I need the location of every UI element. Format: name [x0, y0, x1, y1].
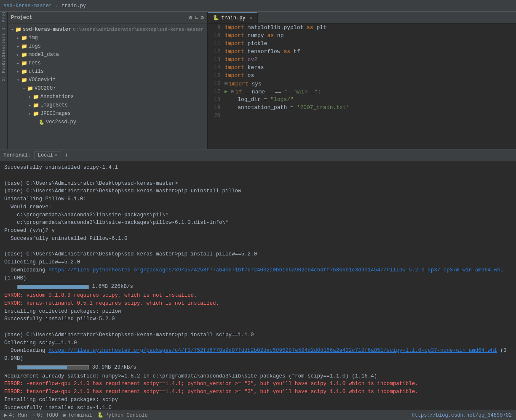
tree-arrow-img[interactable]: ▸ [15, 36, 21, 40]
side-favorites-icon[interactable]: 2: Favorites [1, 62, 7, 68]
terminal-line-pil: c:\programdata\anaconda3\lib\site-packag… [4, 211, 512, 219]
terminal-line-requirement: Requirement already satisfied: numpy>=1.… [4, 372, 512, 380]
status-terminal[interactable]: ▣ Terminal [63, 412, 92, 418]
terminal-line-proceed: Proceed (y/n)? y [4, 227, 512, 235]
code-line-15: 15 import os [208, 72, 516, 80]
terminal-content[interactable]: Successfully uninstalled scipy-1.4.1 (ba… [0, 161, 516, 410]
breadcrumb-train-py[interactable]: train.py [61, 3, 86, 9]
line-10: import numpy as np [225, 32, 283, 39]
editor-area: 🐍 train.py × 9 import matplotlib.pyplot … [208, 12, 516, 149]
code-line-18: 18 log_dir = "logs/" [208, 96, 516, 104]
terminal-line-blank3 [4, 323, 512, 331]
tree-item-imagesets[interactable]: ▸ 📁 ImageSets [8, 101, 207, 109]
progress-label-1: 1.6MB 226kB/s [92, 283, 134, 291]
terminal-status-label: Terminal [68, 412, 92, 418]
line-num-19: 19 [209, 105, 225, 111]
terminal-line-uninstall: Uninstalling Pillow-6.1.0: [4, 195, 512, 203]
tree-label-model-data: model_data [29, 52, 59, 58]
terminal-line-collecting2: Collecting scipy==1.1.0 [4, 339, 512, 347]
line-9: import matplotlib.pyplot as plt [225, 24, 326, 31]
project-settings-icon[interactable]: ⚙ [189, 14, 192, 21]
tab-train-py[interactable]: 🐍 train.py × [208, 12, 258, 23]
terminal-line-installing2: Installing collected packages: scipy [4, 396, 512, 404]
project-layout-icon[interactable]: ⇆ [195, 14, 198, 21]
status-todo[interactable]: ≡ 6: TODO [32, 412, 58, 418]
tree-arrow-vocdevkit[interactable]: ▾ [15, 78, 21, 82]
todo-icon: ≡ [32, 412, 35, 418]
tree-item-img[interactable]: ▸ 📁 img [8, 34, 207, 42]
tree-folder-icon-utils: 📁 [21, 69, 27, 75]
line-num-14: 14 [209, 65, 225, 71]
code-view: 9 import matplotlib.pyplot as plt 10 imp… [208, 24, 516, 149]
line-20 [225, 112, 228, 119]
tree-item-logs[interactable]: ▸ 📁 logs [8, 42, 207, 51]
tree-arrow-imagesets[interactable]: ▸ [27, 103, 33, 108]
code-line-19: 19 annotation_path = '2007_train.txt' [208, 104, 516, 112]
tree-item-vocdevkit[interactable]: ▾ 📁 VOCdevkit [8, 76, 207, 84]
line-14: import keras [225, 64, 264, 71]
terminal-line-pillow-dist: c:\programdata\anaconda3\lib\site-packag… [4, 219, 512, 227]
tree-folder-icon-voc2007: 📁 [27, 85, 33, 92]
tree-item-voc2ssd[interactable]: ▸ 🐍 voc2ssd.py [8, 118, 207, 126]
tree-label-logs: logs [29, 43, 41, 49]
tree-arrow-root[interactable]: ▾ [9, 27, 15, 32]
breadcrumb-ssd-keras-master[interactable]: ssd-keras-master [3, 3, 52, 9]
line-17: ⊟if __name__ == "__main__": [231, 88, 321, 95]
tree-folder-icon-jpegimages: 📁 [33, 111, 39, 117]
terminal-error2: ERROR: keras-retinanet 0.5.1 requires sc… [4, 300, 512, 308]
terminal-error3: ERROR: -ensorflow-gpu 2.1.0 has requirem… [4, 380, 512, 388]
editor-tab-bar: 🐍 train.py × [208, 12, 516, 24]
line-num-17: 17 [209, 89, 225, 95]
tree-label-nets: nets [29, 60, 41, 66]
tree-path-root: C:\Users\Administrator\Desktop\ssd-keras… [73, 27, 203, 32]
status-url[interactable]: https://blog.csdn.net/qq_34890702 [412, 412, 512, 418]
tree-arrow-nets[interactable]: ▸ [15, 61, 21, 66]
terminal-progress2: 30.9MB 297kB/s [4, 364, 512, 372]
tree-item-root[interactable]: ▾ 📁 ssd-keras-master C:\Users\Administra… [8, 25, 207, 34]
line-num-13: 13 [209, 57, 225, 63]
terminal-tab-local[interactable]: Local × [34, 151, 61, 159]
progress-bar-1 [17, 285, 89, 289]
status-python-console[interactable]: 🐍 Python Console [97, 412, 148, 418]
terminal-line-download1: Downloading https://files.pythonhosted.o… [4, 266, 512, 282]
line-16: ⊟import sys [225, 80, 262, 87]
tree-py-icon-voc2ssd: 🐍 [39, 120, 45, 125]
tree-arrow-jpegimages[interactable]: ▸ [27, 112, 33, 116]
tree-label-vocdevkit: VOCdevkit [29, 77, 56, 83]
status-run[interactable]: ▶ 4: Run [4, 412, 27, 418]
tree-item-model-data[interactable]: ▸ 📁 model_data [8, 51, 207, 59]
tree-arrow-model-data[interactable]: ▸ [15, 53, 21, 57]
add-terminal-tab-button[interactable]: + [64, 152, 68, 159]
tree-folder-icon-root: 📁 [15, 27, 21, 33]
progress-fill-2 [18, 366, 67, 369]
terminal-error1: ERROR: visdom 0.1.8.9 requires scipy, wh… [4, 292, 512, 300]
tree-arrow-logs[interactable]: ▸ [15, 44, 21, 49]
run-icon: ▶ [4, 412, 7, 418]
tree-item-nets[interactable]: ▸ 📁 nets [8, 59, 207, 67]
tree-arrow-utils[interactable]: ▸ [15, 69, 21, 74]
terminal-line-1: Successfully uninstalled scipy-1.4.1 [4, 164, 512, 172]
tree-item-utils[interactable]: ▸ 📁 utils [8, 67, 207, 76]
main-layout: 1: Project Z: Structure 2: Favorites Pro… [0, 12, 516, 149]
terminal-line-download2: Downloading https://files.pythonhosted.o… [4, 347, 512, 363]
line-num-11: 11 [209, 41, 225, 47]
tree-label-annotations: Annotations [40, 94, 74, 100]
progress-label-2: 30.9MB 297kB/s [92, 364, 136, 372]
tree-label-root: ssd-keras-master [23, 27, 71, 32]
tree-item-jpegimages[interactable]: ▸ 📁 JPEGImages [8, 109, 207, 118]
tree-arrow-annotations[interactable]: ▸ [27, 95, 33, 99]
side-project-icon[interactable]: 1: Project [1, 13, 7, 19]
tree-label-voc2ssd: voc2ssd.py [46, 119, 76, 125]
tree-arrow-voc2007[interactable]: ▾ [21, 86, 27, 91]
tree-item-voc2007[interactable]: ▾ 📁 VOC2007 [8, 84, 207, 93]
tree-folder-icon-img: 📁 [21, 35, 27, 41]
tree-item-annotations[interactable]: ▸ 📁 Annotations [8, 93, 207, 101]
project-gear-icon[interactable]: ⚙ [201, 14, 204, 21]
line-num-9: 9 [209, 25, 225, 31]
line-19: annotation_path = '2007_train.txt' [225, 104, 349, 111]
terminal-tab-close-icon[interactable]: × [55, 153, 58, 158]
tab-close-icon[interactable]: × [250, 16, 253, 21]
terminal-progress1: 1.6MB 226kB/s [4, 283, 512, 291]
run-label: 4: Run [9, 412, 27, 418]
tree-label-voc2007: VOC2007 [35, 85, 56, 91]
